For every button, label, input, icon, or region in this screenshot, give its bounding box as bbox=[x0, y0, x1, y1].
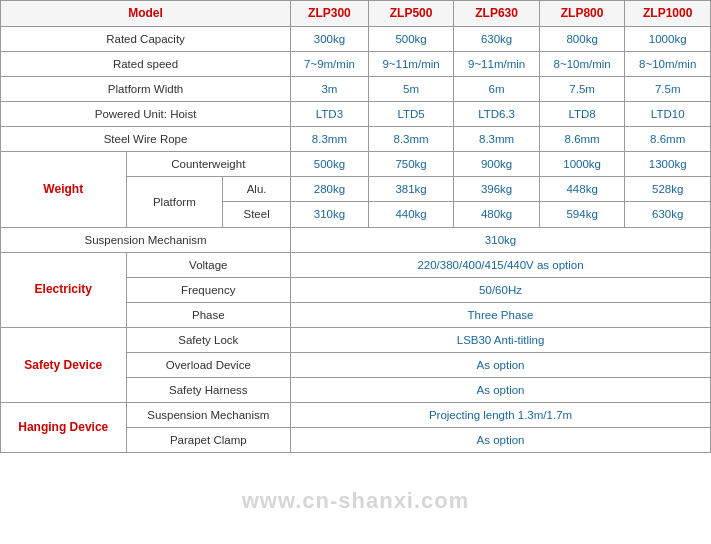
platform-steel-zlp300: 310kg bbox=[291, 202, 369, 227]
rated-capacity-label: Rated Capacity bbox=[1, 26, 291, 51]
spec-table: Model ZLP300 ZLP500 ZLP630 ZLP800 ZLP100… bbox=[0, 0, 711, 453]
rated-speed-zlp500: 9~11m/min bbox=[368, 51, 454, 76]
voltage-value: 220/380/400/415/440V as option bbox=[291, 252, 711, 277]
rated-capacity-zlp1000: 1000kg bbox=[625, 26, 711, 51]
counterweight-zlp800: 1000kg bbox=[539, 152, 625, 177]
steel-wire-rope-zlp300: 8.3mm bbox=[291, 127, 369, 152]
platform-steel-label: Steel bbox=[223, 202, 291, 227]
platform-alu-zlp500: 381kg bbox=[368, 177, 454, 202]
platform-width-zlp500: 5m bbox=[368, 76, 454, 101]
powered-unit-label: Powered Unit: Hoist bbox=[1, 102, 291, 127]
platform-alu-label: Alu. bbox=[223, 177, 291, 202]
model-zlp800: ZLP800 bbox=[539, 1, 625, 27]
rated-capacity-zlp630: 630kg bbox=[454, 26, 540, 51]
electricity-section-label: Electricity bbox=[1, 252, 127, 327]
platform-steel-zlp800: 594kg bbox=[539, 202, 625, 227]
model-zlp300: ZLP300 bbox=[291, 1, 369, 27]
rated-capacity-zlp800: 800kg bbox=[539, 26, 625, 51]
voltage-label: Voltage bbox=[126, 252, 291, 277]
safety-lock-label: Safety Lock bbox=[126, 327, 291, 352]
parapet-clamp-label: Parapet Clamp bbox=[126, 428, 291, 453]
rated-speed-zlp630: 9~11m/min bbox=[454, 51, 540, 76]
platform-width-label: Platform Width bbox=[1, 76, 291, 101]
rated-speed-zlp800: 8~10m/min bbox=[539, 51, 625, 76]
weight-section-label: Weight bbox=[1, 152, 127, 227]
model-zlp630: ZLP630 bbox=[454, 1, 540, 27]
platform-width-zlp300: 3m bbox=[291, 76, 369, 101]
model-label-cell: Model bbox=[1, 1, 291, 27]
phase-label: Phase bbox=[126, 302, 291, 327]
powered-unit-zlp630: LTD6.3 bbox=[454, 102, 540, 127]
overload-device-label: Overload Device bbox=[126, 353, 291, 378]
counterweight-zlp630: 900kg bbox=[454, 152, 540, 177]
platform-width-zlp800: 7.5m bbox=[539, 76, 625, 101]
steel-wire-rope-label: Steel Wire Rope bbox=[1, 127, 291, 152]
suspension-mechanism2-label: Suspension Mechanism bbox=[126, 403, 291, 428]
platform-steel-zlp1000: 630kg bbox=[625, 202, 711, 227]
counterweight-label: Counterweight bbox=[126, 152, 291, 177]
counterweight-zlp300: 500kg bbox=[291, 152, 369, 177]
platform-alu-zlp1000: 528kg bbox=[625, 177, 711, 202]
steel-wire-rope-zlp630: 8.3mm bbox=[454, 127, 540, 152]
steel-wire-rope-zlp500: 8.3mm bbox=[368, 127, 454, 152]
spec-table-container: Model ZLP300 ZLP500 ZLP630 ZLP800 ZLP100… bbox=[0, 0, 711, 453]
powered-unit-zlp500: LTD5 bbox=[368, 102, 454, 127]
rated-speed-zlp300: 7~9m/min bbox=[291, 51, 369, 76]
safety-harness-label: Safety Harness bbox=[126, 378, 291, 403]
platform-steel-zlp500: 440kg bbox=[368, 202, 454, 227]
rated-capacity-zlp500: 500kg bbox=[368, 26, 454, 51]
powered-unit-zlp1000: LTD10 bbox=[625, 102, 711, 127]
safety-lock-value: LSB30 Anti-titling bbox=[291, 327, 711, 352]
watermark: www.cn-shanxi.com bbox=[242, 488, 470, 514]
platform-width-zlp630: 6m bbox=[454, 76, 540, 101]
steel-wire-rope-zlp1000: 8.6mm bbox=[625, 127, 711, 152]
rated-capacity-zlp300: 300kg bbox=[291, 26, 369, 51]
model-zlp1000: ZLP1000 bbox=[625, 1, 711, 27]
platform-alu-zlp300: 280kg bbox=[291, 177, 369, 202]
suspension-mechanism2-value: Projecting length 1.3m/1.7m bbox=[291, 403, 711, 428]
phase-value: Three Phase bbox=[291, 302, 711, 327]
frequency-value: 50/60Hz bbox=[291, 277, 711, 302]
parapet-clamp-value: As option bbox=[291, 428, 711, 453]
overload-device-value: As option bbox=[291, 353, 711, 378]
counterweight-zlp1000: 1300kg bbox=[625, 152, 711, 177]
platform-width-zlp1000: 7.5m bbox=[625, 76, 711, 101]
steel-wire-rope-zlp800: 8.6mm bbox=[539, 127, 625, 152]
powered-unit-zlp800: LTD8 bbox=[539, 102, 625, 127]
rated-speed-label: Rated speed bbox=[1, 51, 291, 76]
safety-harness-value: As option bbox=[291, 378, 711, 403]
model-zlp500: ZLP500 bbox=[368, 1, 454, 27]
platform-sublabel: Platform bbox=[126, 177, 223, 227]
platform-alu-zlp630: 396kg bbox=[454, 177, 540, 202]
rated-speed-zlp1000: 8~10m/min bbox=[625, 51, 711, 76]
safety-section-label: Safety Device bbox=[1, 327, 127, 402]
powered-unit-zlp300: LTD3 bbox=[291, 102, 369, 127]
platform-alu-zlp800: 448kg bbox=[539, 177, 625, 202]
frequency-label: Frequency bbox=[126, 277, 291, 302]
counterweight-zlp500: 750kg bbox=[368, 152, 454, 177]
platform-steel-zlp630: 480kg bbox=[454, 202, 540, 227]
suspension-mechanism-label: Suspension Mechanism bbox=[1, 227, 291, 252]
suspension-mechanism-value: 310kg bbox=[291, 227, 711, 252]
hanging-section-label: Hanging Device bbox=[1, 403, 127, 453]
